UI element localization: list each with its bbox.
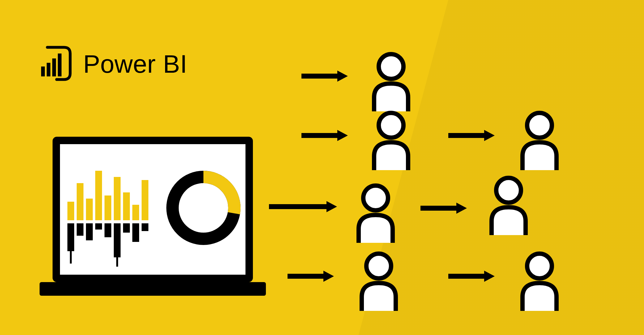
svg-rect-26: [116, 257, 118, 267]
svg-rect-14: [132, 205, 139, 220]
svg-rect-9: [86, 199, 93, 220]
person-icon: [349, 183, 402, 244]
brand-logo-block: Power BI: [36, 45, 187, 83]
svg-point-32: [379, 54, 403, 79]
svg-rect-21: [114, 223, 121, 257]
person-icon: [513, 110, 566, 171]
svg-rect-3: [58, 54, 62, 76]
svg-rect-0: [41, 67, 45, 76]
person-icon: [365, 110, 417, 171]
svg-marker-44: [323, 271, 334, 282]
svg-rect-16: [67, 223, 74, 251]
svg-rect-8: [77, 183, 83, 220]
svg-rect-1: [47, 63, 50, 76]
svg-marker-29: [326, 201, 337, 212]
svg-rect-11: [104, 195, 111, 220]
arrow-right-icon: [301, 71, 348, 83]
svg-rect-15: [142, 180, 148, 220]
person-icon: [513, 251, 566, 312]
arrow-right-icon: [288, 271, 334, 283]
svg-rect-13: [123, 192, 130, 220]
svg-point-39: [363, 186, 388, 210]
svg-point-48: [527, 254, 552, 278]
svg-rect-12: [114, 177, 121, 220]
brand-name: Power BI: [83, 49, 187, 79]
svg-rect-6: [40, 282, 266, 296]
laptop-illustration: [40, 137, 275, 309]
arrow-right-icon: [420, 203, 467, 215]
svg-rect-7: [67, 202, 74, 220]
person-icon: [482, 175, 535, 236]
svg-rect-25: [70, 251, 72, 264]
svg-marker-37: [484, 130, 495, 141]
arrow-right-icon: [269, 201, 337, 213]
svg-point-42: [496, 178, 521, 203]
powerbi-logo-icon: [36, 45, 73, 83]
svg-rect-19: [95, 223, 102, 230]
svg-rect-2: [52, 58, 56, 76]
svg-rect-10: [95, 171, 102, 220]
svg-rect-22: [123, 223, 130, 233]
svg-rect-17: [77, 223, 83, 236]
svg-marker-41: [456, 203, 467, 214]
svg-rect-20: [104, 223, 111, 237]
person-icon: [365, 51, 417, 113]
svg-rect-24: [142, 223, 148, 231]
svg-point-45: [366, 254, 391, 278]
svg-rect-23: [132, 223, 139, 242]
svg-point-38: [527, 113, 552, 138]
person-icon: [352, 251, 405, 312]
arrow-right-icon: [448, 271, 495, 283]
diagonal-shade: [258, 0, 644, 335]
svg-rect-18: [86, 223, 93, 240]
arrow-right-icon: [448, 130, 495, 142]
svg-marker-47: [484, 271, 495, 282]
svg-marker-34: [337, 130, 348, 141]
arrow-right-icon: [301, 130, 348, 142]
diagram-canvas: Power BI: [0, 0, 644, 335]
svg-point-35: [379, 113, 403, 138]
svg-marker-31: [337, 71, 348, 82]
